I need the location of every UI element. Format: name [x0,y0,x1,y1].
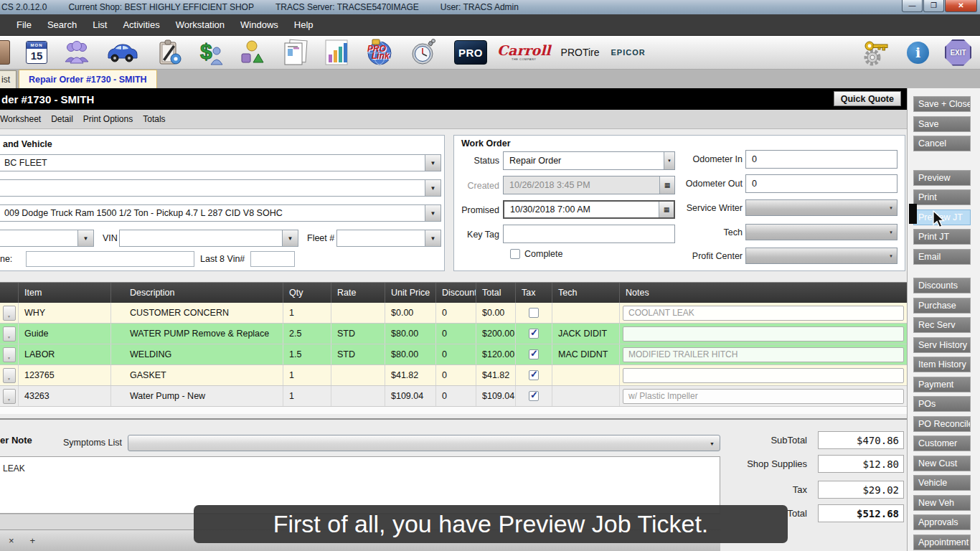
cell-total[interactable]: $109.04 [476,386,516,406]
sidebar-button[interactable]: Item History [913,357,971,372]
sidebar-button[interactable]: Discounts [913,278,971,293]
sidebar-button[interactable]: Customer [913,435,971,451]
table-row[interactable]: ▼ LABOR WELDING 1.5 STD $80.00 0 $120.00… [0,344,907,365]
table-row[interactable]: ▼ 123765 GASKET 1 $41.82 0 $41.82 [0,365,907,386]
cell-unit-price[interactable]: $41.82 [385,365,436,385]
estimate-clipboard-icon[interactable] [154,39,183,65]
close-button[interactable]: ✕ [945,0,977,12]
customer-secondary-select[interactable]: ▼ [0,179,441,197]
row-handle-button[interactable]: ▼ [3,347,16,362]
menu-item[interactable]: File [9,19,39,30]
cell-description[interactable]: Water Pump - New [111,386,283,406]
sidebar-button[interactable]: Print [913,189,971,205]
cell-discount[interactable]: 0 [436,365,476,385]
sidebar-button[interactable]: Rec Serv [913,317,971,333]
cell-total[interactable]: $200.00 [476,324,516,344]
prolink-icon[interactable]: PRO Link [365,39,394,66]
close-tab-button[interactable]: × [9,535,14,546]
row-handle-button[interactable]: ▼ [3,389,16,404]
sidebar-button[interactable]: Preview [913,170,971,186]
chevron-down-icon[interactable]: ▼ [425,205,440,221]
sidebar-button[interactable]: Appointment [913,534,971,550]
notes-input[interactable] [623,368,904,383]
cell-description[interactable]: WATER PUMP Remove & Replace [111,324,283,344]
sidebar-button[interactable]: POs [913,396,971,412]
cell-description[interactable]: CUSTOMER CONCERN [111,303,283,323]
cell-description[interactable]: GASKET [111,365,283,385]
cell-discount[interactable]: 0 [436,386,476,406]
calendar-icon[interactable]: MON 15 [26,41,47,64]
tab-partial[interactable]: ist [0,70,17,88]
sidebar-button[interactable]: Print JT [913,229,971,245]
tax-checkbox[interactable] [529,370,539,380]
row-handle[interactable]: ▼ [0,365,19,385]
cell-qty[interactable]: 1.5 [283,344,331,364]
minimize-button[interactable]: — [902,0,923,12]
cell-rate[interactable]: STD [331,344,385,364]
tax-checkbox[interactable] [529,391,539,401]
cell-qty[interactable]: 1 [283,303,331,323]
sidebar-button[interactable]: New Veh [913,495,971,511]
sidebar-button[interactable]: Purchase [913,298,971,314]
cell-item[interactable]: 43263 [19,386,111,406]
cell-tech[interactable]: JACK DIDIT [552,324,620,344]
cell-item[interactable]: 123765 [19,365,111,385]
tech-select[interactable] [745,224,897,240]
service-writer-select[interactable] [745,199,897,216]
odometer-in-input[interactable]: 0 [745,150,897,169]
sidebar-button[interactable]: Cancel [913,136,971,151]
cell-unit-price[interactable]: $80.00 [385,324,436,344]
chevron-down-icon[interactable]: ▼ [77,230,93,246]
submenu-item[interactable]: Detail [46,114,78,124]
vin-select[interactable]: ▼ [119,230,298,247]
cell-unit-price[interactable]: $109.04 [385,386,436,406]
notes-input[interactable]: COOLANT LEAK [623,306,904,321]
key-tag-input[interactable] [503,225,675,243]
table-row[interactable]: ▼ Guide WATER PUMP Remove & Replace 2.5 … [0,324,907,344]
submenu-item[interactable]: Print Options [78,114,138,124]
cell-rate[interactable] [331,303,385,323]
sidebar-button[interactable]: Vehicle [913,475,971,491]
cell-total[interactable]: $120.00 [476,344,516,364]
last8-vin-input[interactable] [250,251,295,267]
sidebar-button[interactable]: Serv History [913,337,971,353]
menu-item[interactable]: Activities [115,19,167,30]
odometer-out-input[interactable]: 0 [745,174,897,193]
tab-repair-order[interactable]: Repair Order #1730 - SMITH [19,70,157,88]
info-icon[interactable]: i [907,42,929,64]
row-handle-button[interactable]: ▼ [3,326,16,342]
row-handle-button[interactable]: ▼ [3,306,16,321]
cell-rate[interactable] [331,386,385,406]
chevron-down-icon[interactable]: ▼ [282,230,298,246]
payment-dollar-icon[interactable]: $ [199,39,223,66]
profit-center-select[interactable] [745,248,897,264]
fleet-select[interactable]: ▼ [336,230,441,247]
submenu-item[interactable]: Worksheet [0,114,46,124]
submenu-item[interactable]: Totals [138,114,170,124]
exit-icon[interactable]: EXIT [945,39,971,66]
row-handle-button[interactable]: ▼ [3,368,16,383]
cell-rate[interactable] [331,365,385,385]
sidebar-button[interactable]: New Cust [913,456,971,471]
menu-item[interactable]: List [85,19,115,30]
complete-checkbox[interactable] [510,249,520,259]
tax-checkbox[interactable] [529,349,539,359]
cell-total[interactable]: $0.00 [476,303,516,323]
cell-item[interactable]: LABOR [19,344,111,364]
chevron-down-icon[interactable]: ▼ [425,180,440,196]
menu-item[interactable]: Help [286,19,321,30]
protire-logo[interactable]: PROTire [561,47,600,58]
security-key-icon[interactable] [861,39,891,66]
vehicle-select[interactable]: 009 Dodge Truck Ram 1500 1/2 Ton - Picku… [0,204,441,222]
sidebar-button[interactable]: PO Reconcile [913,416,971,432]
sidebar-button[interactable]: Save + Close [913,96,971,112]
sidebar-button[interactable]: Approvals [913,514,971,530]
timer-icon[interactable] [410,39,438,66]
sidebar-button[interactable]: Save [913,116,971,132]
menu-item[interactable]: Search [39,19,85,30]
notes-input[interactable]: MODIFIED TRAILER HITCH [623,347,904,362]
cell-tech[interactable]: MAC DIDNT [552,344,620,364]
cell-discount[interactable]: 0 [436,303,476,323]
notes-input[interactable]: w/ Plastic Impeller [623,389,904,404]
row-handle[interactable]: ▼ [0,303,19,323]
